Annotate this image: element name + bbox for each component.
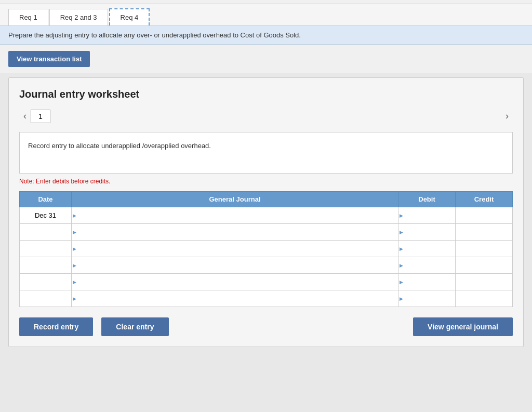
worksheet-title: Journal entry worksheet	[19, 88, 513, 100]
debit-input[interactable]	[403, 210, 451, 220]
credit-input[interactable]	[460, 260, 508, 270]
credit-cell[interactable]	[456, 274, 513, 290]
col-header-debit: Debit	[398, 192, 456, 207]
debit-cell[interactable]	[398, 207, 456, 224]
date-cell: Dec 31	[20, 207, 72, 224]
debit-input[interactable]	[403, 277, 451, 287]
action-bar: View transaction list	[0, 45, 532, 73]
credit-cell[interactable]	[456, 257, 513, 274]
credit-input[interactable]	[460, 244, 508, 254]
credit-input[interactable]	[460, 294, 508, 303]
debit-cell[interactable]	[398, 241, 456, 257]
table-row	[20, 274, 513, 290]
prev-page-arrow[interactable]: ‹	[19, 109, 31, 124]
bottom-buttons: Record entry Clear entry View general jo…	[19, 317, 513, 336]
tab-req1[interactable]: Req 1	[8, 9, 48, 25]
general-journal-cell[interactable]	[72, 224, 398, 241]
col-header-general-journal: General Journal	[72, 192, 398, 207]
debit-input[interactable]	[403, 294, 451, 303]
debit-input[interactable]	[403, 260, 451, 270]
table-row	[20, 224, 513, 241]
general-journal-cell[interactable]	[72, 257, 398, 274]
journal-table: Date General Journal Debit Credit Dec 31	[19, 191, 513, 307]
table-row	[20, 290, 513, 307]
pagination: ‹ 1 ›	[19, 109, 513, 124]
worksheet-container: Journal entry worksheet ‹ 1 › Record ent…	[8, 77, 524, 347]
credit-input[interactable]	[460, 277, 508, 287]
col-header-date: Date	[20, 192, 72, 207]
table-row: Dec 31	[20, 207, 513, 224]
date-cell	[20, 241, 72, 257]
credit-input[interactable]	[460, 210, 508, 220]
record-entry-button[interactable]: Record entry	[19, 317, 93, 336]
tab-req4[interactable]: Req 4	[109, 8, 150, 25]
general-journal-cell[interactable]	[72, 207, 398, 224]
general-journal-input[interactable]	[76, 260, 394, 270]
view-transaction-list-button[interactable]: View transaction list	[8, 51, 90, 67]
note-text: Note: Enter debits before credits.	[19, 178, 513, 185]
date-cell	[20, 290, 72, 307]
tabs-container: Req 1 Req 2 and 3 Req 4	[0, 4, 532, 26]
clear-entry-button[interactable]: Clear entry	[101, 317, 168, 336]
date-cell	[20, 274, 72, 290]
table-row	[20, 257, 513, 274]
date-cell	[20, 257, 72, 274]
debit-cell[interactable]	[398, 274, 456, 290]
entry-description: Record entry to allocate underapplied /o…	[19, 132, 513, 174]
credit-input[interactable]	[460, 227, 508, 237]
general-journal-cell[interactable]	[72, 241, 398, 257]
general-journal-input[interactable]	[76, 244, 394, 254]
credit-cell[interactable]	[456, 207, 513, 224]
debit-input[interactable]	[403, 244, 451, 254]
credit-cell[interactable]	[456, 241, 513, 257]
table-row	[20, 241, 513, 257]
next-page-arrow[interactable]: ›	[501, 109, 513, 124]
page-number: 1	[31, 110, 50, 123]
debit-cell[interactable]	[398, 290, 456, 307]
general-journal-input[interactable]	[76, 210, 394, 220]
general-journal-cell[interactable]	[72, 290, 398, 307]
general-journal-input[interactable]	[76, 294, 394, 303]
date-cell	[20, 224, 72, 241]
debit-cell[interactable]	[398, 224, 456, 241]
tab-req2and3[interactable]: Req 2 and 3	[49, 9, 108, 25]
general-journal-cell[interactable]	[72, 274, 398, 290]
view-general-journal-button[interactable]: View general journal	[413, 317, 513, 336]
general-journal-input[interactable]	[76, 227, 394, 237]
credit-cell[interactable]	[456, 290, 513, 307]
debit-cell[interactable]	[398, 257, 456, 274]
credit-cell[interactable]	[456, 224, 513, 241]
debit-input[interactable]	[403, 227, 451, 237]
info-bar: Prepare the adjusting entry to allocate …	[0, 26, 532, 45]
general-journal-input[interactable]	[76, 277, 394, 287]
col-header-credit: Credit	[456, 192, 513, 207]
